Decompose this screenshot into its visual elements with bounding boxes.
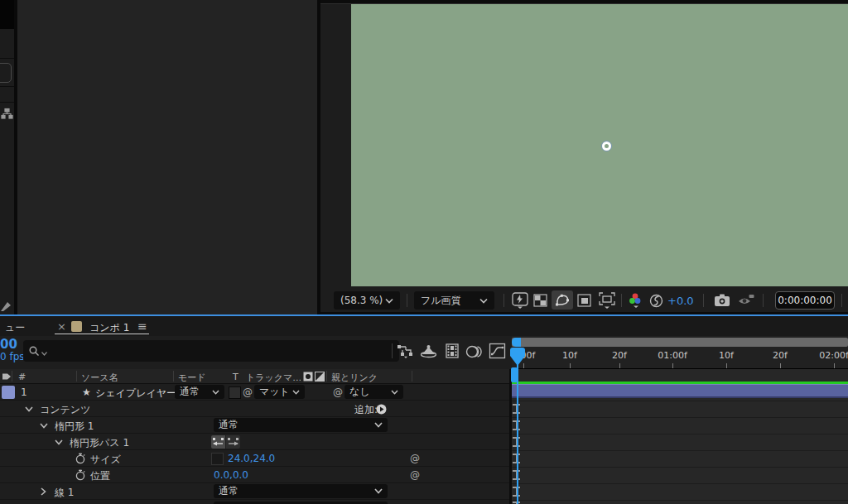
twirl-open-icon[interactable] [25,406,33,412]
contents-group-row[interactable]: コンテンツ 追加: [0,401,512,417]
draft-3d-icon[interactable] [420,343,437,358]
tab-close-icon[interactable]: × [57,320,66,333]
twirl-open-icon[interactable] [40,423,48,429]
transparency-grid-icon[interactable] [533,294,547,307]
fast-preview-icon[interactable] [512,292,528,309]
layer-color-swatch[interactable] [2,386,15,399]
parent-pickwhip-icon[interactable]: @ [333,386,343,398]
ellipse-group-row[interactable]: 楕円形 1 通常 [0,417,512,434]
track-row-divider [512,483,848,484]
search-options-chevron-icon[interactable] [41,352,47,356]
chevron-down-icon [385,298,393,304]
position-pickwhip-icon[interactable]: @ [410,469,420,481]
track-row-divider [512,467,848,468]
toolbar-separator [703,294,704,307]
constrain-proportions-checkbox[interactable] [211,453,224,465]
ruler-label: 10f [719,350,734,361]
add-shape-button[interactable] [376,404,387,415]
region-of-interest-icon[interactable] [598,291,616,310]
ellipse-blend-mode-dropdown[interactable]: 通常 [214,418,388,432]
layer-row-1[interactable]: 1 ★ シェイプレイヤー 1 通常 @ マット @ なし [0,384,512,401]
path-direction-reverse-button[interactable] [211,435,225,449]
graph-editor-icon[interactable] [489,343,506,359]
flowchart-icon[interactable] [1,108,13,120]
position-value[interactable]: 0.0,0.0 [214,469,248,481]
toolbar-separator [621,294,622,307]
mini-flowchart-icon[interactable] [397,343,415,358]
contents-label[interactable]: コンテンツ [40,403,90,417]
tab-partial-render-queue[interactable]: ュー [5,321,25,335]
current-frame-readout-partial[interactable]: 00 [0,337,17,352]
column-track-matte[interactable]: トラックマ… [246,372,301,384]
position-property-row[interactable]: 位置 0.0,0.0 @ [0,467,512,483]
track-matte-pickwhip-icon[interactable]: @ [243,386,253,398]
preserve-transparency-checkbox[interactable] [229,386,241,399]
column-mode[interactable]: モード [178,372,206,384]
pane-track-divider[interactable] [509,369,512,504]
column-separator[interactable] [412,371,412,382]
matte-luma-icon [315,372,325,382]
stroke-blend-mode-value: 通常 [219,484,238,498]
ellipse-path-row[interactable]: 楕円形パス 1 [0,434,512,450]
divider [0,58,14,59]
column-number[interactable]: # [18,372,26,382]
stroke-group-row[interactable]: 線 1 通常 [0,483,512,500]
chevron-down-icon [374,422,383,428]
composition-swatch-icon [71,321,82,332]
snapshot-camera-icon[interactable] [714,293,730,307]
frame-blending-icon[interactable] [444,343,460,359]
mask-visibility-toggle-active[interactable] [552,290,573,310]
exposure-icon[interactable] [649,294,663,308]
partial-next-row [0,500,512,504]
scrollbar-left-cap[interactable] [512,338,521,347]
timeline-scrollbar[interactable] [512,338,848,347]
divider [0,102,14,103]
size-pickwhip-icon[interactable]: @ [410,453,420,464]
resolution-dropdown[interactable]: フル画質 [414,291,494,310]
column-separator[interactable] [12,371,12,382]
stroke-blend-mode-dropdown[interactable]: 通常 [214,484,388,498]
ellipse-group-label[interactable]: 楕円形 1 [55,420,94,434]
pen-tool-partial-icon[interactable] [0,300,13,312]
column-source-name[interactable]: ソース名 [81,372,118,384]
project-panel-empty[interactable] [17,0,317,315]
column-preserve-transparency[interactable]: T [233,372,238,382]
timeline-ruler[interactable]: 0:00f 10f 20f 01:00f 10f 20f 02:00f [512,336,848,369]
timeline-search-field[interactable] [23,340,399,362]
path-direction-normal-button[interactable] [226,435,240,449]
track-matte-dropdown[interactable]: マット [254,385,305,399]
size-value[interactable]: 24.0,24.0 [228,453,275,464]
column-separator[interactable] [326,371,327,382]
exposure-value[interactable]: +0.0 [667,295,694,307]
size-label[interactable]: サイズ [90,453,121,467]
layer-mode-dropdown[interactable]: 通常 [175,385,224,399]
composition-canvas[interactable] [351,4,848,286]
column-parent-link[interactable]: 親とリンク [331,372,378,384]
twirl-open-icon[interactable] [55,439,63,445]
twirl-closed-icon[interactable] [41,487,46,496]
guides-icon[interactable] [577,294,591,307]
layer-duration-bar[interactable] [512,384,848,398]
position-label[interactable]: 位置 [90,469,110,483]
anchor-point-marker[interactable] [602,142,611,151]
motion-blur-icon[interactable] [465,343,484,358]
toolbar-separator [504,294,504,307]
stroke-group-label[interactable]: 線 1 [55,486,74,500]
matte-alpha-icon [303,372,313,382]
magnification-dropdown[interactable]: (58.3 %) [334,291,400,310]
timeline-track-area[interactable] [512,369,848,504]
stopwatch-icon[interactable] [75,453,86,464]
column-separator[interactable] [76,371,77,382]
ellipse-path-label[interactable]: 楕円形パス 1 [70,436,129,450]
search-input[interactable] [49,344,394,358]
preview-time-display[interactable]: 0:00:00:00 [775,291,835,310]
channel-rgb-icon[interactable] [628,292,644,309]
current-time-indicator-tab[interactable] [511,367,518,382]
tab-menu-icon[interactable]: ≡ [137,319,147,333]
size-property-row[interactable]: サイズ 24.0,24.0 @ [0,450,512,467]
parent-link-dropdown[interactable]: なし [344,385,403,399]
column-separator[interactable] [173,371,174,382]
show-snapshot-eye-icon[interactable] [737,294,754,307]
stopwatch-icon[interactable] [75,469,86,481]
layer-name[interactable]: シェイプレイヤー 1 [95,386,186,401]
